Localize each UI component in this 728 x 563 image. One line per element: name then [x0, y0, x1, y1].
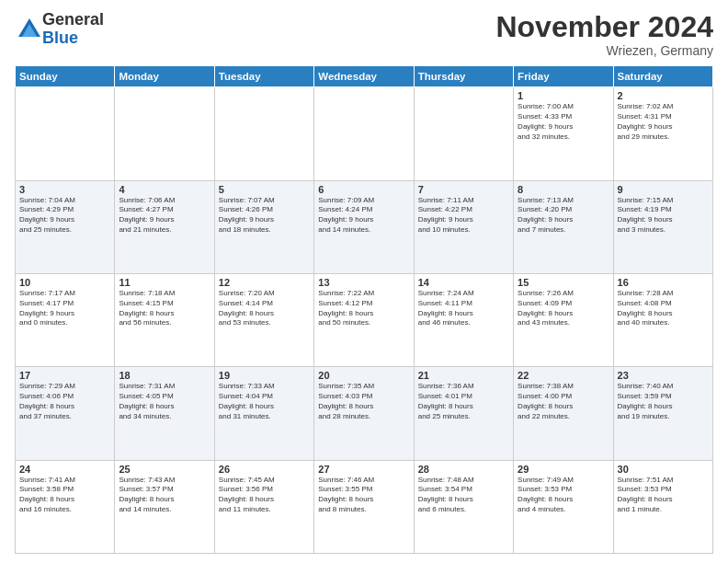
day-number: 1 — [518, 90, 609, 101]
day-number: 5 — [219, 184, 310, 195]
page: General Blue November 2024 Wriezen, Germ… — [0, 0, 728, 563]
day-number: 20 — [318, 370, 409, 381]
calendar-cell: 16Sunrise: 7:28 AM Sunset: 4:08 PM Dayli… — [613, 273, 712, 366]
logo-text: General Blue — [42, 11, 104, 48]
day-number: 8 — [518, 184, 609, 195]
calendar-cell: 26Sunrise: 7:45 AM Sunset: 3:56 PM Dayli… — [214, 460, 313, 553]
calendar-cell: 18Sunrise: 7:31 AM Sunset: 4:05 PM Dayli… — [115, 367, 214, 460]
day-number: 25 — [119, 464, 210, 475]
calendar-cell — [414, 87, 513, 180]
calendar-week-3: 17Sunrise: 7:29 AM Sunset: 4:06 PM Dayli… — [16, 367, 713, 460]
day-number: 12 — [219, 277, 310, 288]
calendar-cell: 6Sunrise: 7:09 AM Sunset: 4:24 PM Daylig… — [314, 180, 414, 273]
day-info: Sunrise: 7:49 AM Sunset: 3:53 PM Dayligh… — [518, 476, 609, 515]
day-info: Sunrise: 7:45 AM Sunset: 3:56 PM Dayligh… — [219, 476, 310, 515]
day-number: 23 — [618, 370, 709, 381]
day-number: 22 — [518, 370, 609, 381]
calendar-cell: 2Sunrise: 7:02 AM Sunset: 4:31 PM Daylig… — [613, 87, 712, 180]
col-wednesday: Wednesday — [314, 66, 414, 87]
calendar-cell: 15Sunrise: 7:26 AM Sunset: 4:09 PM Dayli… — [514, 273, 613, 366]
calendar-cell: 23Sunrise: 7:40 AM Sunset: 3:59 PM Dayli… — [613, 367, 712, 460]
day-number: 16 — [618, 277, 709, 288]
day-number: 4 — [119, 184, 210, 195]
day-info: Sunrise: 7:18 AM Sunset: 4:15 PM Dayligh… — [119, 289, 210, 328]
day-info: Sunrise: 7:00 AM Sunset: 4:33 PM Dayligh… — [518, 102, 609, 142]
calendar-cell: 17Sunrise: 7:29 AM Sunset: 4:06 PM Dayli… — [16, 367, 115, 460]
day-info: Sunrise: 7:24 AM Sunset: 4:11 PM Dayligh… — [418, 289, 509, 328]
calendar-week-1: 3Sunrise: 7:04 AM Sunset: 4:29 PM Daylig… — [16, 180, 713, 273]
calendar-cell: 7Sunrise: 7:11 AM Sunset: 4:22 PM Daylig… — [414, 180, 513, 273]
col-sunday: Sunday — [16, 66, 115, 87]
day-info: Sunrise: 7:36 AM Sunset: 4:01 PM Dayligh… — [418, 382, 509, 421]
calendar-cell: 8Sunrise: 7:13 AM Sunset: 4:20 PM Daylig… — [514, 180, 613, 273]
day-number: 9 — [618, 184, 709, 195]
col-friday: Friday — [514, 66, 613, 87]
logo-general: General — [42, 11, 104, 29]
day-number: 21 — [418, 370, 509, 381]
calendar-cell: 25Sunrise: 7:43 AM Sunset: 3:57 PM Dayli… — [115, 460, 214, 553]
calendar-cell — [16, 87, 115, 180]
day-info: Sunrise: 7:28 AM Sunset: 4:08 PM Dayligh… — [618, 289, 709, 328]
title-block: November 2024 Wriezen, Germany — [495, 11, 713, 58]
day-info: Sunrise: 7:11 AM Sunset: 4:22 PM Dayligh… — [418, 196, 509, 236]
calendar-week-4: 24Sunrise: 7:41 AM Sunset: 3:58 PM Dayli… — [16, 460, 713, 553]
calendar: Sunday Monday Tuesday Wednesday Thursday… — [15, 65, 713, 554]
day-info: Sunrise: 7:04 AM Sunset: 4:29 PM Dayligh… — [19, 196, 110, 236]
logo-blue: Blue — [42, 29, 104, 48]
day-number: 6 — [318, 184, 409, 195]
day-info: Sunrise: 7:51 AM Sunset: 3:53 PM Dayligh… — [618, 476, 709, 515]
col-saturday: Saturday — [613, 66, 712, 87]
calendar-cell: 3Sunrise: 7:04 AM Sunset: 4:29 PM Daylig… — [16, 180, 115, 273]
day-info: Sunrise: 7:20 AM Sunset: 4:14 PM Dayligh… — [219, 289, 310, 328]
calendar-cell — [214, 87, 313, 180]
calendar-cell: 29Sunrise: 7:49 AM Sunset: 3:53 PM Dayli… — [514, 460, 613, 553]
day-info: Sunrise: 7:35 AM Sunset: 4:03 PM Dayligh… — [318, 382, 409, 421]
calendar-cell: 11Sunrise: 7:18 AM Sunset: 4:15 PM Dayli… — [115, 273, 214, 366]
calendar-cell: 21Sunrise: 7:36 AM Sunset: 4:01 PM Dayli… — [414, 367, 513, 460]
day-info: Sunrise: 7:41 AM Sunset: 3:58 PM Dayligh… — [19, 476, 110, 515]
day-number: 28 — [418, 464, 509, 475]
col-thursday: Thursday — [414, 66, 513, 87]
calendar-cell — [314, 87, 414, 180]
day-info: Sunrise: 7:07 AM Sunset: 4:26 PM Dayligh… — [219, 196, 310, 236]
calendar-week-2: 10Sunrise: 7:17 AM Sunset: 4:17 PM Dayli… — [16, 273, 713, 366]
day-info: Sunrise: 7:02 AM Sunset: 4:31 PM Dayligh… — [618, 102, 709, 142]
day-info: Sunrise: 7:22 AM Sunset: 4:12 PM Dayligh… — [318, 289, 409, 328]
calendar-cell: 22Sunrise: 7:38 AM Sunset: 4:00 PM Dayli… — [514, 367, 613, 460]
col-tuesday: Tuesday — [214, 66, 313, 87]
day-number: 7 — [418, 184, 509, 195]
calendar-cell: 12Sunrise: 7:20 AM Sunset: 4:14 PM Dayli… — [214, 273, 313, 366]
day-number: 2 — [618, 90, 709, 101]
day-number: 30 — [618, 464, 709, 475]
day-number: 11 — [119, 277, 210, 288]
day-info: Sunrise: 7:46 AM Sunset: 3:55 PM Dayligh… — [318, 476, 409, 515]
calendar-cell: 5Sunrise: 7:07 AM Sunset: 4:26 PM Daylig… — [214, 180, 313, 273]
day-number: 15 — [518, 277, 609, 288]
calendar-cell: 10Sunrise: 7:17 AM Sunset: 4:17 PM Dayli… — [16, 273, 115, 366]
calendar-cell: 20Sunrise: 7:35 AM Sunset: 4:03 PM Dayli… — [314, 367, 414, 460]
day-number: 26 — [219, 464, 310, 475]
day-info: Sunrise: 7:29 AM Sunset: 4:06 PM Dayligh… — [19, 382, 110, 421]
day-info: Sunrise: 7:33 AM Sunset: 4:04 PM Dayligh… — [219, 382, 310, 421]
calendar-cell: 1Sunrise: 7:00 AM Sunset: 4:33 PM Daylig… — [514, 87, 613, 180]
day-info: Sunrise: 7:26 AM Sunset: 4:09 PM Dayligh… — [518, 289, 609, 328]
day-info: Sunrise: 7:31 AM Sunset: 4:05 PM Dayligh… — [119, 382, 210, 421]
calendar-week-0: 1Sunrise: 7:00 AM Sunset: 4:33 PM Daylig… — [16, 87, 713, 180]
logo: General Blue — [15, 11, 104, 48]
day-number: 3 — [19, 184, 110, 195]
day-number: 13 — [318, 277, 409, 288]
day-info: Sunrise: 7:09 AM Sunset: 4:24 PM Dayligh… — [318, 196, 409, 236]
calendar-cell: 30Sunrise: 7:51 AM Sunset: 3:53 PM Dayli… — [613, 460, 712, 553]
calendar-cell: 19Sunrise: 7:33 AM Sunset: 4:04 PM Dayli… — [214, 367, 313, 460]
header: General Blue November 2024 Wriezen, Germ… — [15, 11, 713, 58]
day-info: Sunrise: 7:38 AM Sunset: 4:00 PM Dayligh… — [518, 382, 609, 421]
calendar-cell: 28Sunrise: 7:48 AM Sunset: 3:54 PM Dayli… — [414, 460, 513, 553]
calendar-header-row: Sunday Monday Tuesday Wednesday Thursday… — [16, 66, 713, 87]
day-info: Sunrise: 7:43 AM Sunset: 3:57 PM Dayligh… — [119, 476, 210, 515]
calendar-cell: 13Sunrise: 7:22 AM Sunset: 4:12 PM Dayli… — [314, 273, 414, 366]
day-number: 14 — [418, 277, 509, 288]
calendar-cell: 24Sunrise: 7:41 AM Sunset: 3:58 PM Dayli… — [16, 460, 115, 553]
day-info: Sunrise: 7:13 AM Sunset: 4:20 PM Dayligh… — [518, 196, 609, 236]
day-info: Sunrise: 7:48 AM Sunset: 3:54 PM Dayligh… — [418, 476, 509, 515]
calendar-cell: 27Sunrise: 7:46 AM Sunset: 3:55 PM Dayli… — [314, 460, 414, 553]
